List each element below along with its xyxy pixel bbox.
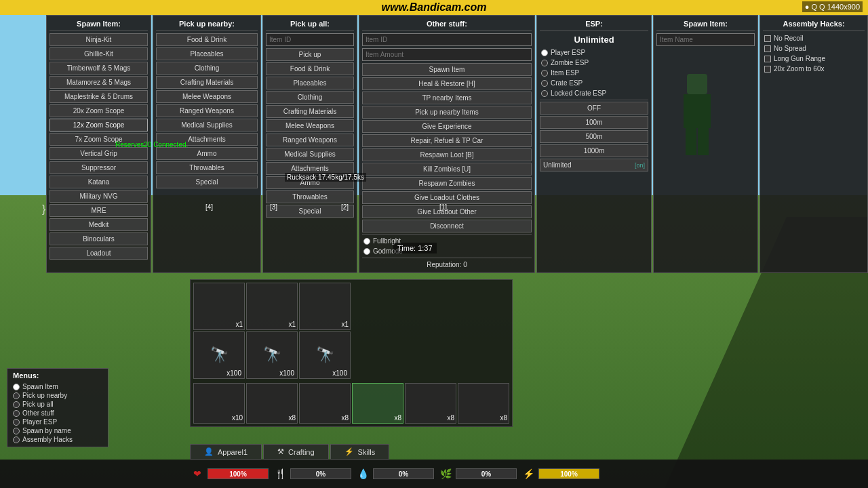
spawn-item-8[interactable]: Vertical Grip <box>50 147 148 160</box>
spawn-item-14[interactable]: Binoculars <box>50 232 148 245</box>
pick-up-button[interactable]: Pick up <box>266 48 354 61</box>
other-button-6[interactable]: Respawn Loot [B] <box>362 148 532 161</box>
time-overlay: Time: 1:37 <box>393 243 437 253</box>
pick-nearby-item-6[interactable]: Medical Supplies <box>156 119 258 131</box>
pick-nearby-item-4[interactable]: Melee Weapons <box>156 90 258 103</box>
pick-all-item-0[interactable]: Food & Drink <box>266 62 354 75</box>
inv-count-r1-1: x1 <box>288 321 296 328</box>
pick-nearby-item-8[interactable]: Ammo <box>156 147 258 160</box>
left-menu-item-6[interactable]: Assembly Hacks <box>13 435 102 444</box>
spawn-item-9[interactable]: Suppressor <box>50 161 148 174</box>
inv-slot-r2-0[interactable]: 🔭 x100 <box>193 331 245 379</box>
other-button-11[interactable]: Disconnect <box>362 220 532 232</box>
other-button-3[interactable]: Pick up nearby Items <box>362 106 532 119</box>
spawn-item-4[interactable]: Maplestrike & 5 Drums <box>50 90 148 103</box>
assembly-checkbox-3[interactable]: 20x Zoom to 60x <box>763 64 865 74</box>
spawn-item-3[interactable]: Matamorez & 5 Mags <box>50 76 148 89</box>
spawn-item-15[interactable]: Loadout <box>50 247 148 260</box>
esp-radio-label-4: Locked Crate ESP <box>551 89 606 97</box>
pick-all-item-9[interactable]: Throwables <box>266 190 354 203</box>
esp-range-btn-1[interactable]: 100m <box>540 116 648 129</box>
other-radio-0[interactable]: Fullbright <box>362 236 532 246</box>
pick-up-all-panel: Pick up all: Pick up Food & DrinkPlaceab… <box>262 15 357 273</box>
other-radio-1[interactable]: Godmode <box>362 246 532 256</box>
other-button-9[interactable]: Give Loadout Clothes <box>362 191 532 204</box>
other-button-1[interactable]: Heal & Restore [H] <box>362 77 532 90</box>
inv-slot-r2-2[interactable]: 🔭 x100 <box>299 331 351 379</box>
left-menu-dot-1 <box>13 392 20 399</box>
bottom-tab-apparel1[interactable]: 👤 Apparel1 <box>190 444 262 460</box>
esp-range-btn-2[interactable]: 500m <box>540 130 648 143</box>
pick-all-item-3[interactable]: Crafting Materials <box>266 105 354 118</box>
inv-slot-r2-1[interactable]: 🔭 x100 <box>246 331 298 379</box>
inv-slot-r1-2[interactable]: x1 <box>299 283 351 330</box>
bottom-tab-crafting[interactable]: ⚒ Crafting <box>263 444 329 460</box>
pick-nearby-item-5[interactable]: Ranged Weapons <box>156 104 258 117</box>
other-item-id-input[interactable] <box>362 33 532 46</box>
other-button-4[interactable]: Give Experience <box>362 120 532 133</box>
pick-all-item-id-input[interactable] <box>266 33 354 46</box>
esp-radio-4[interactable]: Locked Crate ESP <box>540 88 648 98</box>
pick-nearby-item-2[interactable]: Clothing <box>156 62 258 75</box>
other-button-8[interactable]: Respawn Zombies <box>362 177 532 190</box>
pick-nearby-item-3[interactable]: Crafting Materials <box>156 76 258 89</box>
other-button-0[interactable]: Spawn Item <box>362 63 532 76</box>
esp-radio-2[interactable]: Item ESP <box>540 68 648 78</box>
pick-nearby-item-0[interactable]: Food & Drink <box>156 33 258 46</box>
status-bar-1: 🍴 0% <box>273 466 351 481</box>
inv-slot-bottom-1[interactable]: x8 <box>246 383 298 424</box>
left-menu-item-3[interactable]: Other stuff <box>13 409 102 418</box>
pick-nearby-item-9[interactable]: Throwables <box>156 161 258 174</box>
left-menu-item-2[interactable]: Pick up all <box>13 400 102 409</box>
pick-nearby-item-1[interactable]: Placeables <box>156 47 258 60</box>
pick-all-item-6[interactable]: Medical Supplies <box>266 148 354 161</box>
esp-radio-1[interactable]: Zombie ESP <box>540 58 648 68</box>
esp-range-btn-0[interactable]: OFF <box>540 102 648 115</box>
pick-all-item-1[interactable]: Placeables <box>266 77 354 89</box>
spawn-item-0[interactable]: Ninja-Kit <box>50 33 148 46</box>
esp-range-buttons: OFF100m500m1000mUnlimited [on] <box>540 102 648 171</box>
other-button-2[interactable]: TP nearby Items <box>362 92 532 104</box>
bottom-tab-skills[interactable]: ⚡ Skills <box>330 444 390 460</box>
inv-slot-bottom-4[interactable]: x8 <box>405 383 456 424</box>
pick-all-item-2[interactable]: Clothing <box>266 91 354 104</box>
left-menu-label-0: Spawn Item <box>22 383 58 390</box>
other-item-amount-input[interactable] <box>362 48 532 61</box>
left-menu-item-0[interactable]: Spawn Item <box>13 382 102 391</box>
inv-slot-bottom-2[interactable]: x8 <box>299 383 351 424</box>
spawn-right-item-name-input[interactable] <box>656 33 755 46</box>
spawn-item-13[interactable]: Medkit <box>50 218 148 231</box>
spawn-item-1[interactable]: Ghillie-Kit <box>50 47 148 60</box>
other-button-5[interactable]: Repair, Refuel & TP Car <box>362 134 532 147</box>
pick-up-nearby-header: Pick up nearby: <box>156 18 258 31</box>
assembly-checkbox-2[interactable]: Long Gun Range <box>763 54 865 64</box>
esp-radio-0[interactable]: Player ESP <box>540 47 648 58</box>
spawn-item-5[interactable]: 20x Zoom Scope <box>50 104 148 117</box>
inv-slot-r1-0[interactable]: x1 <box>193 283 245 330</box>
pick-all-item-4[interactable]: Melee Weapons <box>266 119 354 132</box>
assembly-checkboxes: No Recoil No Spread Long Gun Range 20x Z… <box>763 33 865 74</box>
pick-all-item-5[interactable]: Ranged Weapons <box>266 134 354 146</box>
spawn-item-12[interactable]: MRE <box>50 204 148 217</box>
esp-range-btn-4[interactable]: Unlimited [on] <box>540 159 648 171</box>
esp-toggle-4[interactable]: [on] <box>635 162 645 169</box>
assembly-checkbox-1[interactable]: No Spread <box>763 43 865 54</box>
inv-slot-bottom-3[interactable]: x8 <box>352 383 403 424</box>
esp-range-btn-3[interactable]: 1000m <box>540 144 648 157</box>
spawn-item-10[interactable]: Katana <box>50 176 148 188</box>
left-menu-item-4[interactable]: Player ESP <box>13 418 102 426</box>
other-button-7[interactable]: Kill Zombies [U] <box>362 163 532 176</box>
spawn-item-11[interactable]: Military NVG <box>50 190 148 203</box>
inv-slot-bottom-5[interactable]: x8 <box>458 383 509 424</box>
inv-slot-bottom-0[interactable]: x10 <box>193 383 245 424</box>
assembly-checkbox-0[interactable]: No Recoil <box>763 33 865 43</box>
spawn-item-left-header: Spawn Item: <box>50 18 148 31</box>
left-menu-item-5[interactable]: Spawn by name <box>13 426 102 435</box>
spawn-item-6[interactable]: 12x Zoom Scope <box>50 119 148 131</box>
inv-slot-r1-1[interactable]: x1 <box>246 283 298 330</box>
pick-nearby-item-10[interactable]: Special <box>156 176 258 188</box>
left-menu-item-1[interactable]: Pick up nearby <box>13 391 102 400</box>
spawn-item-2[interactable]: Timberwolf & 5 Mags <box>50 62 148 75</box>
inv-count-r2-1: x100 <box>279 369 294 377</box>
esp-radio-3[interactable]: Crate ESP <box>540 78 648 88</box>
